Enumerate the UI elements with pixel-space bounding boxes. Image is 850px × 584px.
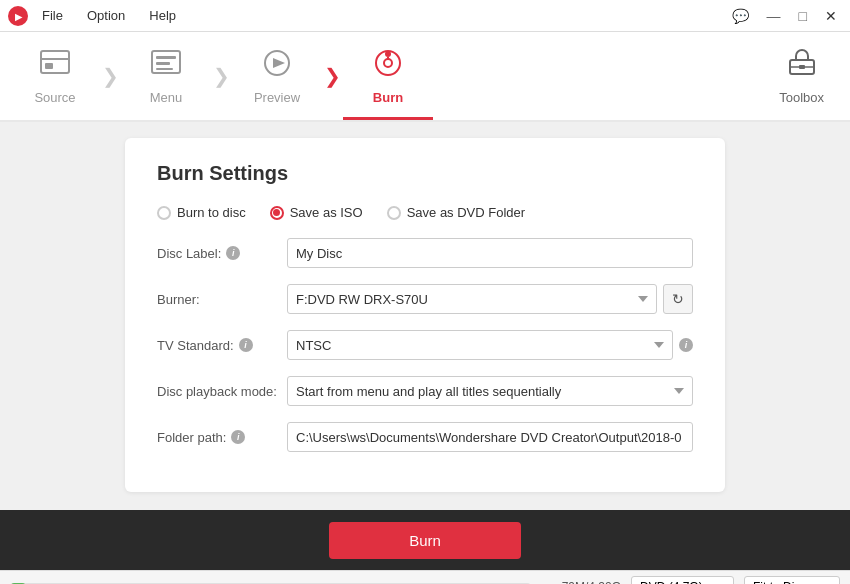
svg-text:▶: ▶	[15, 12, 23, 22]
tv-standard-select[interactable]: NTSC PAL	[287, 330, 673, 360]
disc-label-info-icon[interactable]: i	[226, 246, 240, 260]
window-controls: 💬 — □ ✕	[727, 6, 842, 26]
burn-label: Burn	[373, 90, 403, 105]
status-bar: 79M/4.30G DVD (4.7G) DVD (8.5G) Blu-ray …	[0, 570, 850, 584]
nav-arrow-2: ❯	[213, 64, 230, 88]
option-save-as-iso[interactable]: Save as ISO	[270, 205, 363, 220]
fit-mode-select[interactable]: Fit to Disc High Quality Custom	[744, 576, 840, 585]
card-title: Burn Settings	[157, 162, 693, 185]
tab-menu[interactable]: Menu	[121, 32, 211, 120]
tv-standard-group: NTSC PAL i	[287, 330, 693, 360]
burn-options-row: Burn to disc Save as ISO Save as DVD Fol…	[157, 205, 693, 220]
option-save-as-dvd-folder[interactable]: Save as DVD Folder	[387, 205, 526, 220]
burner-row: Burner: F:DVD RW DRX-S70U ↻	[157, 284, 693, 314]
nav-arrow-1: ❯	[102, 64, 119, 88]
tab-preview[interactable]: Preview	[232, 32, 322, 120]
tv-standard-info-icon[interactable]: i	[239, 338, 253, 352]
chat-icon[interactable]: 💬	[727, 6, 754, 26]
size-info: 79M/4.30G	[541, 580, 621, 585]
toolbox-label: Toolbox	[779, 90, 824, 105]
burn-settings-card: Burn Settings Burn to disc Save as ISO S…	[125, 138, 725, 492]
disc-type-select[interactable]: DVD (4.7G) DVD (8.5G) Blu-ray (25G)	[631, 576, 734, 585]
title-bar: ▶ File Option Help 💬 — □ ✕	[0, 0, 850, 32]
menu-label: Menu	[150, 90, 183, 105]
tab-burn[interactable]: Burn	[343, 32, 433, 120]
svg-point-13	[385, 51, 391, 57]
folder-path-input[interactable]	[287, 422, 693, 452]
folder-path-label: Folder path: i	[157, 430, 287, 445]
source-icon	[37, 47, 73, 86]
action-bar: Burn	[0, 510, 850, 570]
burner-label: Burner:	[157, 292, 287, 307]
refresh-burner-button[interactable]: ↻	[663, 284, 693, 314]
preview-label: Preview	[254, 90, 300, 105]
radio-burn-to-disc[interactable]	[157, 206, 171, 220]
app-logo: ▶	[8, 6, 28, 26]
main-content: Burn Settings Burn to disc Save as ISO S…	[0, 122, 850, 510]
save-as-iso-label: Save as ISO	[290, 205, 363, 220]
svg-marker-10	[273, 58, 285, 68]
radio-save-as-dvd-folder[interactable]	[387, 206, 401, 220]
svg-rect-8	[156, 68, 173, 70]
tab-source[interactable]: Source	[10, 32, 100, 120]
disc-playback-mode-row: Disc playback mode: Start from menu and …	[157, 376, 693, 406]
save-as-dvd-folder-label: Save as DVD Folder	[407, 205, 526, 220]
preview-icon	[259, 47, 295, 86]
option-burn-to-disc[interactable]: Burn to disc	[157, 205, 246, 220]
tab-toolbox[interactable]: Toolbox	[763, 32, 840, 120]
svg-rect-2	[41, 51, 69, 73]
nav-arrow-3: ❯	[324, 64, 341, 88]
svg-rect-6	[156, 56, 176, 59]
radio-save-as-iso[interactable]	[270, 206, 284, 220]
menu-nav-icon	[148, 47, 184, 86]
close-button[interactable]: ✕	[820, 6, 842, 26]
disc-playback-mode-select[interactable]: Start from menu and play all titles sequ…	[287, 376, 693, 406]
nav-bar: Source ❯ Menu ❯ Preview	[0, 32, 850, 122]
maximize-button[interactable]: □	[794, 6, 812, 26]
disc-label-input[interactable]	[287, 238, 693, 268]
tv-standard-info2-icon[interactable]: i	[679, 338, 693, 352]
menu-bar: File Option Help	[38, 6, 727, 25]
menu-option[interactable]: Option	[83, 6, 129, 25]
burner-select[interactable]: F:DVD RW DRX-S70U	[287, 284, 657, 314]
svg-rect-17	[799, 65, 805, 69]
svg-rect-7	[156, 62, 170, 65]
tv-standard-row: TV Standard: i NTSC PAL i	[157, 330, 693, 360]
burn-button[interactable]: Burn	[329, 522, 521, 559]
menu-help[interactable]: Help	[145, 6, 180, 25]
disc-playback-mode-label: Disc playback mode:	[157, 384, 287, 399]
folder-path-info-icon[interactable]: i	[231, 430, 245, 444]
svg-rect-4	[45, 63, 53, 69]
nav-tabs: Source ❯ Menu ❯ Preview	[10, 32, 433, 120]
source-label: Source	[34, 90, 75, 105]
folder-path-row: Folder path: i	[157, 422, 693, 452]
menu-file[interactable]: File	[38, 6, 67, 25]
disc-label-label: Disc Label: i	[157, 246, 287, 261]
minimize-button[interactable]: —	[762, 6, 786, 26]
svg-point-12	[384, 59, 392, 67]
toolbox-icon	[784, 47, 820, 86]
burn-icon	[370, 47, 406, 86]
burner-input-group: F:DVD RW DRX-S70U ↻	[287, 284, 693, 314]
burn-to-disc-label: Burn to disc	[177, 205, 246, 220]
disc-label-row: Disc Label: i	[157, 238, 693, 268]
tv-standard-label: TV Standard: i	[157, 338, 287, 353]
